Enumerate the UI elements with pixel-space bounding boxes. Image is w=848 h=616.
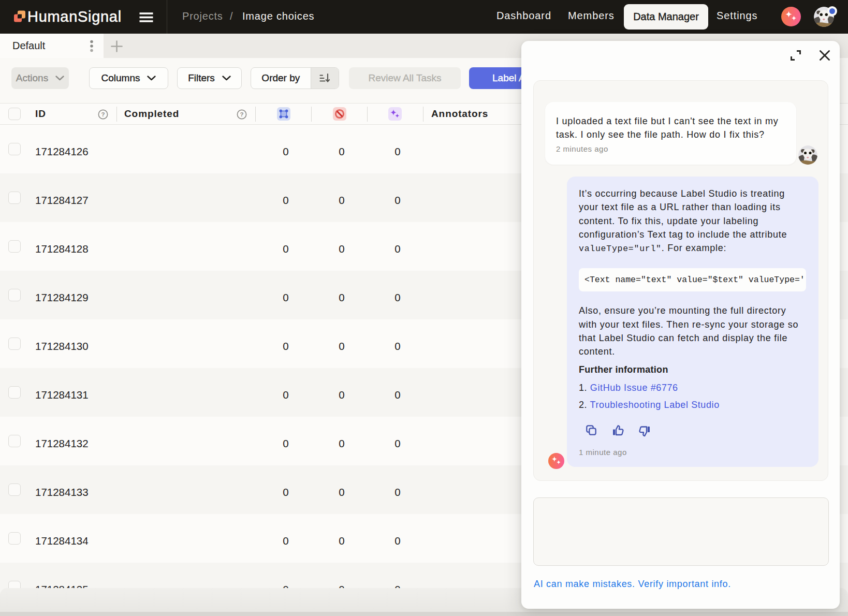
svg-text:?: ? (240, 111, 243, 118)
svg-text:?: ? (101, 111, 105, 118)
